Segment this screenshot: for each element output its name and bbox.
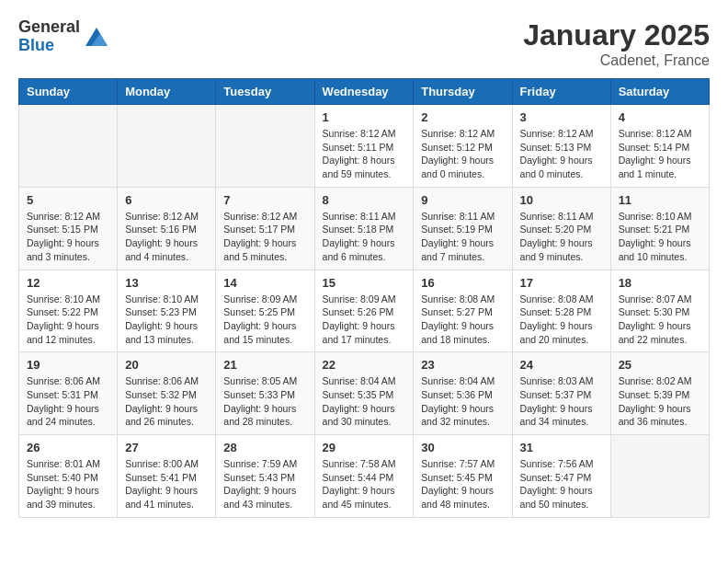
day-info: Sunrise: 8:11 AMSunset: 5:19 PMDaylight:… bbox=[421, 210, 504, 264]
page-header: General Blue January 2025 Cadenet, Franc… bbox=[18, 18, 710, 69]
day-info: Sunrise: 8:02 AMSunset: 5:39 PMDaylight:… bbox=[619, 374, 701, 429]
day-info: Sunrise: 8:10 AMSunset: 5:22 PMDaylight:… bbox=[27, 293, 109, 347]
day-number: 26 bbox=[27, 441, 109, 454]
week-row-3: 12Sunrise: 8:10 AMSunset: 5:22 PMDayligh… bbox=[19, 270, 710, 352]
day-info: Sunrise: 8:12 AMSunset: 5:16 PMDaylight:… bbox=[125, 210, 208, 264]
day-info: Sunrise: 7:57 AMSunset: 5:45 PMDaylight:… bbox=[421, 457, 504, 511]
day-number: 6 bbox=[125, 193, 208, 207]
day-number: 12 bbox=[27, 276, 109, 290]
calendar-cell: 21Sunrise: 8:05 AMSunset: 5:33 PMDayligh… bbox=[216, 352, 314, 435]
calendar-cell bbox=[118, 105, 216, 188]
day-info: Sunrise: 8:03 AMSunset: 5:37 PMDaylight:… bbox=[520, 374, 603, 429]
calendar-cell: 10Sunrise: 8:11 AMSunset: 5:20 PMDayligh… bbox=[512, 187, 610, 270]
calendar-cell: 13Sunrise: 8:10 AMSunset: 5:23 PMDayligh… bbox=[118, 270, 216, 352]
calendar-cell: 29Sunrise: 7:58 AMSunset: 5:44 PMDayligh… bbox=[314, 435, 414, 518]
col-monday: Monday bbox=[118, 79, 216, 105]
day-number: 4 bbox=[619, 110, 701, 124]
calendar-cell: 15Sunrise: 8:09 AMSunset: 5:26 PMDayligh… bbox=[314, 270, 414, 352]
calendar-cell: 3Sunrise: 8:12 AMSunset: 5:13 PMDaylight… bbox=[512, 105, 610, 188]
day-info: Sunrise: 8:06 AMSunset: 5:31 PMDaylight:… bbox=[27, 374, 109, 429]
calendar-cell: 23Sunrise: 8:04 AMSunset: 5:36 PMDayligh… bbox=[414, 352, 512, 435]
day-number: 27 bbox=[125, 441, 208, 454]
day-info: Sunrise: 8:04 AMSunset: 5:35 PMDaylight:… bbox=[323, 374, 406, 429]
day-number: 7 bbox=[223, 193, 306, 207]
col-friday: Friday bbox=[512, 79, 610, 105]
week-row-1: 1Sunrise: 8:12 AMSunset: 5:11 PMDaylight… bbox=[19, 105, 710, 188]
day-info: Sunrise: 8:09 AMSunset: 5:26 PMDaylight:… bbox=[323, 293, 406, 347]
logo-general: General bbox=[18, 18, 80, 37]
calendar-cell: 9Sunrise: 8:11 AMSunset: 5:19 PMDaylight… bbox=[414, 187, 512, 270]
day-number: 22 bbox=[323, 358, 406, 372]
calendar-cell bbox=[216, 105, 314, 188]
day-number: 5 bbox=[27, 193, 109, 207]
day-number: 20 bbox=[125, 358, 208, 372]
day-info: Sunrise: 8:10 AMSunset: 5:23 PMDaylight:… bbox=[125, 293, 208, 347]
day-number: 29 bbox=[323, 441, 406, 454]
col-saturday: Saturday bbox=[610, 79, 709, 105]
title-section: January 2025 Cadenet, France bbox=[523, 18, 710, 69]
day-info: Sunrise: 8:12 AMSunset: 5:13 PMDaylight:… bbox=[520, 127, 603, 181]
calendar-cell: 22Sunrise: 8:04 AMSunset: 5:35 PMDayligh… bbox=[314, 352, 414, 435]
day-info: Sunrise: 8:00 AMSunset: 5:41 PMDaylight:… bbox=[125, 457, 208, 511]
calendar-cell: 14Sunrise: 8:09 AMSunset: 5:25 PMDayligh… bbox=[216, 270, 314, 352]
calendar-cell: 1Sunrise: 8:12 AMSunset: 5:11 PMDaylight… bbox=[314, 105, 414, 188]
calendar-cell: 26Sunrise: 8:01 AMSunset: 5:40 PMDayligh… bbox=[19, 435, 118, 518]
calendar-cell: 20Sunrise: 8:06 AMSunset: 5:32 PMDayligh… bbox=[118, 352, 216, 435]
day-number: 2 bbox=[421, 110, 504, 124]
calendar-cell: 25Sunrise: 8:02 AMSunset: 5:39 PMDayligh… bbox=[610, 352, 709, 435]
day-number: 8 bbox=[323, 193, 406, 207]
calendar-table: Sunday Monday Tuesday Wednesday Thursday… bbox=[18, 78, 710, 518]
day-number: 21 bbox=[223, 358, 306, 372]
day-info: Sunrise: 7:58 AMSunset: 5:44 PMDaylight:… bbox=[323, 457, 406, 511]
day-info: Sunrise: 8:12 AMSunset: 5:11 PMDaylight:… bbox=[323, 127, 406, 181]
day-info: Sunrise: 8:12 AMSunset: 5:15 PMDaylight:… bbox=[27, 210, 109, 264]
col-thursday: Thursday bbox=[414, 79, 512, 105]
week-row-5: 26Sunrise: 8:01 AMSunset: 5:40 PMDayligh… bbox=[19, 435, 710, 518]
calendar-cell: 30Sunrise: 7:57 AMSunset: 5:45 PMDayligh… bbox=[414, 435, 512, 518]
day-info: Sunrise: 8:08 AMSunset: 5:27 PMDaylight:… bbox=[421, 293, 504, 347]
calendar-cell: 31Sunrise: 7:56 AMSunset: 5:47 PMDayligh… bbox=[512, 435, 610, 518]
calendar-cell: 17Sunrise: 8:08 AMSunset: 5:28 PMDayligh… bbox=[512, 270, 610, 352]
day-number: 17 bbox=[520, 276, 603, 290]
day-number: 25 bbox=[619, 358, 701, 372]
calendar-cell bbox=[19, 105, 118, 188]
day-info: Sunrise: 7:59 AMSunset: 5:43 PMDaylight:… bbox=[223, 457, 306, 511]
day-info: Sunrise: 8:01 AMSunset: 5:40 PMDaylight:… bbox=[27, 457, 109, 511]
calendar-cell: 2Sunrise: 8:12 AMSunset: 5:12 PMDaylight… bbox=[414, 105, 512, 188]
day-number: 11 bbox=[619, 193, 701, 207]
week-row-4: 19Sunrise: 8:06 AMSunset: 5:31 PMDayligh… bbox=[19, 352, 710, 435]
day-number: 30 bbox=[421, 441, 504, 454]
logo-blue: Blue bbox=[18, 37, 80, 55]
day-info: Sunrise: 8:12 AMSunset: 5:14 PMDaylight:… bbox=[619, 127, 701, 181]
day-number: 19 bbox=[27, 358, 109, 372]
col-sunday: Sunday bbox=[19, 79, 118, 105]
day-info: Sunrise: 8:07 AMSunset: 5:30 PMDaylight:… bbox=[619, 293, 701, 347]
calendar-header-row: Sunday Monday Tuesday Wednesday Thursday… bbox=[19, 79, 710, 105]
day-number: 9 bbox=[421, 193, 504, 207]
logo: General Blue bbox=[18, 18, 108, 55]
day-number: 3 bbox=[520, 110, 603, 124]
day-info: Sunrise: 8:05 AMSunset: 5:33 PMDaylight:… bbox=[223, 374, 306, 429]
calendar-cell: 6Sunrise: 8:12 AMSunset: 5:16 PMDaylight… bbox=[118, 187, 216, 270]
logo-icon bbox=[85, 28, 108, 46]
calendar-cell: 19Sunrise: 8:06 AMSunset: 5:31 PMDayligh… bbox=[19, 352, 118, 435]
day-info: Sunrise: 8:09 AMSunset: 5:25 PMDaylight:… bbox=[223, 293, 306, 347]
day-number: 13 bbox=[125, 276, 208, 290]
calendar-cell: 18Sunrise: 8:07 AMSunset: 5:30 PMDayligh… bbox=[610, 270, 709, 352]
day-number: 23 bbox=[421, 358, 504, 372]
day-number: 1 bbox=[323, 110, 406, 124]
calendar-cell: 7Sunrise: 8:12 AMSunset: 5:17 PMDaylight… bbox=[216, 187, 314, 270]
day-info: Sunrise: 8:08 AMSunset: 5:28 PMDaylight:… bbox=[520, 293, 603, 347]
day-number: 16 bbox=[421, 276, 504, 290]
day-number: 15 bbox=[323, 276, 406, 290]
location-title: Cadenet, France bbox=[523, 52, 710, 69]
calendar-cell: 24Sunrise: 8:03 AMSunset: 5:37 PMDayligh… bbox=[512, 352, 610, 435]
col-tuesday: Tuesday bbox=[216, 79, 314, 105]
day-info: Sunrise: 8:04 AMSunset: 5:36 PMDaylight:… bbox=[421, 374, 504, 429]
calendar-cell: 5Sunrise: 8:12 AMSunset: 5:15 PMDaylight… bbox=[19, 187, 118, 270]
calendar-cell bbox=[610, 435, 709, 518]
calendar-cell: 8Sunrise: 8:11 AMSunset: 5:18 PMDaylight… bbox=[314, 187, 414, 270]
day-number: 24 bbox=[520, 358, 603, 372]
day-info: Sunrise: 8:10 AMSunset: 5:21 PMDaylight:… bbox=[619, 210, 701, 264]
day-info: Sunrise: 8:11 AMSunset: 5:18 PMDaylight:… bbox=[323, 210, 406, 264]
